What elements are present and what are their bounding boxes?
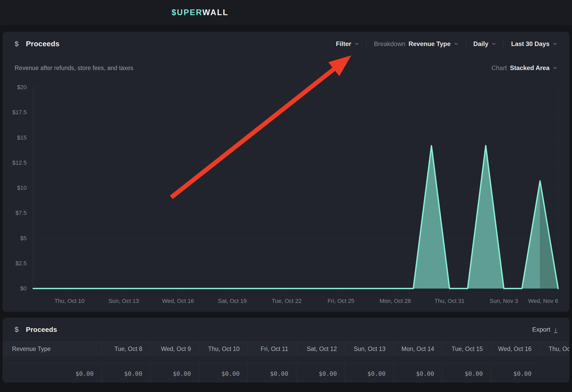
- download-icon: ↓: [554, 326, 557, 333]
- y-tick-label: $0: [20, 285, 27, 292]
- value-cell: $0.00: [345, 363, 393, 383]
- chevron-down-icon: [553, 42, 557, 46]
- dollar-icon: $: [15, 40, 19, 48]
- x-tick-label: Thu, Oct 31: [434, 298, 465, 304]
- chart-panel-title: Proceeds: [26, 40, 59, 48]
- x-axis-labels: Thu, Oct 10Sun, Oct 13Wed, Oct 16Sat, Oc…: [33, 298, 558, 305]
- proceeds-table-panel: $ Proceeds Export ↓ Revenue TypeTue, Oct…: [3, 318, 569, 383]
- superwall-logo[interactable]: $UPERWALL: [172, 8, 229, 17]
- y-tick-label: $5: [20, 235, 27, 242]
- export-label: Export: [532, 326, 550, 333]
- chevron-down-icon: [491, 42, 496, 46]
- chart-type-value: Stacked Area: [510, 64, 550, 72]
- granularity-dropdown[interactable]: Daily: [466, 40, 503, 48]
- value-cell: $0.00: [296, 363, 345, 383]
- column-header-date: Mon, Oct 14: [393, 342, 442, 356]
- chevron-down-icon: [354, 42, 359, 46]
- value-cell: $0.00: [247, 363, 296, 383]
- breakdown-value: Revenue Type: [409, 40, 451, 48]
- logo-accent-text: $UPER: [172, 8, 202, 17]
- x-tick-label: Sun, Oct 13: [109, 298, 139, 304]
- y-tick-label: $10: [17, 185, 27, 191]
- x-tick-label: Fri, Oct 25: [327, 298, 354, 304]
- granularity-value: Daily: [473, 40, 488, 48]
- x-tick-label: Wed, Nov 6: [528, 298, 558, 304]
- value-cell: $0.00: [3, 363, 101, 383]
- chart-controls: Filter Breakdown Revenue Type Daily Last…: [329, 39, 557, 49]
- column-header-revenue-type: Revenue Type: [3, 342, 101, 356]
- column-header-date: Sun, Oct 13: [345, 342, 393, 356]
- top-bar: $UPERWALL: [0, 0, 572, 25]
- date-range-dropdown[interactable]: Last 30 Days: [504, 40, 557, 48]
- table-panel-header: $ Proceeds Export ↓: [3, 318, 569, 342]
- value-cell: $0.00: [199, 363, 247, 383]
- filter-dropdown[interactable]: Filter: [329, 40, 366, 48]
- breakdown-dropdown[interactable]: Breakdown Revenue Type: [367, 40, 466, 48]
- dollar-icon: $: [15, 326, 19, 334]
- x-tick-label: Sun, Nov 3: [490, 298, 518, 304]
- chart-plot-area: [33, 87, 558, 292]
- y-tick-label: $12.5: [12, 159, 27, 166]
- value-cell: $0.00: [393, 363, 442, 383]
- y-tick-label: $2.5: [15, 260, 27, 267]
- chart-subtitle: Revenue after refunds, store fees, and t…: [15, 65, 133, 72]
- table-panel-title: Proceeds: [26, 326, 57, 334]
- column-header-date: Sat, Oct 12: [296, 342, 345, 356]
- x-tick-label: Mon, Oct 28: [380, 298, 411, 304]
- export-button[interactable]: Export ↓: [532, 326, 557, 333]
- column-header-date: Fri, Oct 11: [247, 342, 296, 356]
- column-header-date: Thu, Oct 17: [539, 342, 569, 356]
- chart-type-dropdown[interactable]: Chart Stacked Area: [491, 64, 557, 72]
- y-axis-labels: $0$2.5$5$7.5$10$12.5$15$17.5$20: [3, 87, 27, 289]
- chart-panel-header: $ Proceeds Filter Breakdown Revenue Type…: [3, 32, 569, 56]
- x-tick-label: Wed, Oct 16: [162, 298, 194, 304]
- chevron-down-icon: [454, 42, 458, 46]
- y-tick-label: $15: [17, 134, 27, 141]
- column-header-date: Wed, Oct 9: [150, 342, 199, 356]
- chart-type-label: Chart: [491, 64, 507, 72]
- column-header-date: Tue, Oct 8: [101, 342, 150, 356]
- value-cell: $0.00: [491, 363, 539, 383]
- stacked-area-chart: [33, 87, 558, 289]
- proceeds-chart-panel: $ Proceeds Filter Breakdown Revenue Type…: [3, 32, 569, 312]
- column-header-date: Tue, Oct 15: [442, 342, 491, 356]
- filter-label: Filter: [336, 40, 351, 48]
- chevron-down-icon: [553, 66, 557, 70]
- breakdown-label: Breakdown: [374, 40, 405, 48]
- column-header-date: Thu, Oct 10: [199, 342, 247, 356]
- y-tick-label: $20: [17, 84, 27, 91]
- value-cell: $0.00: [442, 363, 491, 383]
- date-range-value: Last 30 Days: [511, 40, 550, 48]
- value-cell: $0.00: [150, 363, 199, 383]
- value-cell: $0.00: [101, 363, 150, 383]
- x-tick-label: Sat, Oct 19: [218, 298, 247, 304]
- logo-rest-text: WALL: [202, 8, 229, 17]
- proceeds-table: Revenue TypeTue, Oct 8Wed, Oct 9Thu, Oct…: [3, 342, 569, 383]
- y-tick-label: $17.5: [12, 109, 27, 116]
- y-tick-label: $7.5: [15, 210, 27, 216]
- column-header-date: Wed, Oct 16: [491, 342, 539, 356]
- x-tick-label: Tue, Oct 22: [272, 298, 302, 304]
- x-tick-label: Thu, Oct 10: [54, 298, 84, 304]
